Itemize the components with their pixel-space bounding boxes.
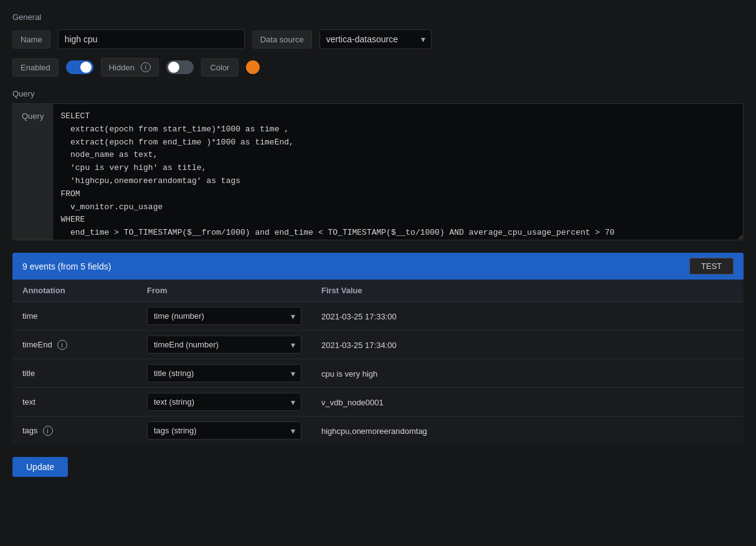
general-title: General xyxy=(12,12,744,22)
annotation-label: tagsi xyxy=(22,426,127,436)
name-label: Name xyxy=(12,31,50,49)
from-cell: tags (string) xyxy=(137,417,311,445)
annotation-table: Annotation From First Value time time (n… xyxy=(12,280,744,445)
datasource-label: Data source xyxy=(252,31,312,49)
first-value-text: cpu is very high xyxy=(321,369,377,379)
annotation-label: title xyxy=(22,369,127,378)
enabled-toggle[interactable] xyxy=(66,60,93,74)
table-row: tagsi tags (string) highcpu,onemoreerand… xyxy=(12,417,744,445)
first-value-cell: cpu is very high xyxy=(311,359,744,388)
header-row: Annotation From First Value xyxy=(12,280,744,302)
results-summary: 9 events (from 5 fields) xyxy=(22,261,111,271)
table-body: time time (number) 2021-03-25 17:33:00ti… xyxy=(12,302,744,445)
first-value-cell: 2021-03-25 17:33:00 xyxy=(311,302,744,331)
from-select-wrapper: tags (string) xyxy=(147,421,301,440)
first-value-cell: 2021-03-25 17:34:00 xyxy=(311,331,744,359)
datasource-wrapper: vertica-datasource xyxy=(319,29,432,49)
from-select[interactable]: title (string) xyxy=(147,364,301,382)
from-select[interactable]: text (string) xyxy=(147,393,301,411)
col-from-header: From xyxy=(137,280,311,302)
query-tag-label: Query xyxy=(12,103,52,240)
results-bar: 9 events (from 5 fields) TEST xyxy=(12,253,744,280)
options-row: Enabled Hidden i Color xyxy=(12,58,744,77)
annotation-cell: title xyxy=(12,359,137,388)
from-cell: timeEnd (number) xyxy=(137,331,311,359)
from-select-wrapper: timeEnd (number) xyxy=(147,336,301,354)
from-select[interactable]: tags (string) xyxy=(147,421,301,440)
col-firstval-header: First Value xyxy=(311,280,744,302)
datasource-select[interactable]: vertica-datasource xyxy=(319,29,432,49)
annotation-info-icon[interactable]: i xyxy=(43,426,53,436)
query-textarea[interactable]: SELECT extract(epoch from start_time)*10… xyxy=(52,103,744,240)
annotation-cell: timeEndi xyxy=(12,331,137,359)
from-select-wrapper: text (string) xyxy=(147,393,301,411)
hidden-label: Hidden i xyxy=(101,58,159,77)
annotation-label: time xyxy=(22,311,127,321)
annotation-cell: time xyxy=(12,302,137,331)
first-value-text: v_vdb_node0001 xyxy=(321,398,384,407)
query-row: Query SELECT extract(epoch from start_ti… xyxy=(12,103,744,240)
table-row: text text (string) v_vdb_node0001 xyxy=(12,388,744,417)
from-select[interactable]: timeEnd (number) xyxy=(147,336,301,354)
update-button[interactable]: Update xyxy=(12,457,68,477)
color-picker[interactable] xyxy=(246,60,260,74)
first-value-cell: highcpu,onemoreerandomtag xyxy=(311,417,744,445)
from-select-wrapper: time (number) xyxy=(147,307,301,325)
from-cell: text (string) xyxy=(137,388,311,417)
annotation-label: text xyxy=(22,397,127,407)
hidden-text: Hidden xyxy=(109,63,135,72)
from-select[interactable]: time (number) xyxy=(147,307,301,325)
first-value-text: 2021-03-25 17:33:00 xyxy=(321,312,397,321)
from-cell: title (string) xyxy=(137,359,311,388)
table-header: Annotation From First Value xyxy=(12,280,744,302)
first-value-text: 2021-03-25 17:34:00 xyxy=(321,341,397,350)
first-value-text: highcpu,onemoreerandomtag xyxy=(321,426,427,436)
from-cell: time (number) xyxy=(137,302,311,331)
col-annotation-header: Annotation xyxy=(12,280,137,302)
annotation-cell: text xyxy=(12,388,137,417)
table-row: time time (number) 2021-03-25 17:33:00 xyxy=(12,302,744,331)
query-section: Query Query SELECT extract(epoch from st… xyxy=(12,89,744,240)
hidden-info-icon[interactable]: i xyxy=(141,62,151,72)
enabled-label: Enabled xyxy=(12,59,59,77)
query-section-title: Query xyxy=(12,89,744,98)
color-label: Color xyxy=(201,59,239,77)
annotation-info-icon[interactable]: i xyxy=(57,340,67,350)
name-row: Name Data source vertica-datasource xyxy=(12,29,744,49)
hidden-knob xyxy=(168,62,179,73)
annotation-label: timeEndi xyxy=(22,340,127,350)
enabled-knob xyxy=(80,62,92,73)
annotation-cell: tagsi xyxy=(12,417,137,445)
hidden-toggle[interactable] xyxy=(166,60,194,74)
name-input[interactable] xyxy=(58,29,245,49)
test-button[interactable]: TEST xyxy=(689,258,734,275)
first-value-cell: v_vdb_node0001 xyxy=(311,388,744,417)
table-row: timeEndi timeEnd (number) 2021-03-25 17:… xyxy=(12,331,744,359)
from-select-wrapper: title (string) xyxy=(147,364,301,382)
table-row: title title (string) cpu is very high xyxy=(12,359,744,388)
general-section: General Name Data source vertica-datasou… xyxy=(12,12,744,77)
